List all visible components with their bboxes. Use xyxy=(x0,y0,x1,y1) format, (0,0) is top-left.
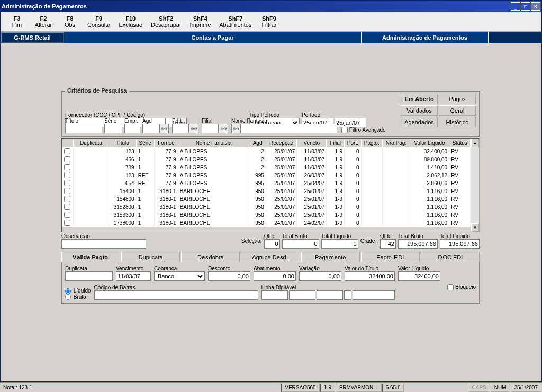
menu-item-imprime[interactable]: ShF4Imprime xyxy=(186,14,215,29)
table-row[interactable]: 456177-9A B LOPES225/01/0711/03/071-9089… xyxy=(62,156,471,163)
menu-item-exclusao[interactable]: F10Exclusao xyxy=(114,14,147,29)
col-header[interactable]: Pagto. xyxy=(361,139,382,148)
table-row[interactable]: 123177-9A B LOPES225/01/0711/03/071-9032… xyxy=(62,148,471,156)
bloqueio-check[interactable]: Bloqueio xyxy=(447,284,476,290)
historico-button[interactable]: Histórico xyxy=(439,117,476,127)
row-checkbox[interactable] xyxy=(64,212,70,218)
det-venc-input[interactable] xyxy=(116,271,151,281)
menu-item-filtrar[interactable]: ShF9Filtrar xyxy=(256,14,282,29)
row-checkbox[interactable] xyxy=(64,164,70,170)
detail-panel: Duplicata Vencimento CobrançaBanco Desco… xyxy=(61,262,480,304)
qtde-label: Qtde xyxy=(264,233,280,239)
table-row[interactable]: 315280013180-1BARILOCHE95025/01/0725/01/… xyxy=(62,203,471,211)
col-header[interactable]: Título xyxy=(109,139,137,148)
tab-valida-pagto[interactable]: VValida Pagto.alida Pagto. xyxy=(61,252,120,262)
menu-item-abatimentos[interactable]: ShF7Abatimentos xyxy=(215,14,256,29)
col-header[interactable]: Fornec xyxy=(154,139,178,148)
row-checkbox[interactable] xyxy=(64,156,70,162)
minimize-icon[interactable]: _ xyxy=(511,2,520,11)
codbarras-label: Código de Barras xyxy=(94,285,258,290)
linhadig-3[interactable] xyxy=(317,290,343,300)
search-criteria-group: Critérios de Pesquisa Fornecedor (CGC / … xyxy=(61,91,480,137)
col-header[interactable]: Port. xyxy=(345,139,362,148)
linhadig-2[interactable] xyxy=(289,290,315,300)
det-abat-input[interactable] xyxy=(254,271,296,281)
agd-input[interactable] xyxy=(142,124,159,133)
row-checkbox[interactable] xyxy=(64,148,70,154)
row-checkbox[interactable] xyxy=(64,196,70,202)
col-header[interactable]: Status xyxy=(449,139,471,148)
menu-item-obs[interactable]: F8Obs xyxy=(57,14,83,29)
table-row[interactable]: 123RET77-9A B LOPES99525/01/0726/03/071-… xyxy=(62,171,471,179)
table-row[interactable]: 789177-9A B LOPES225/01/0711/03/071-901.… xyxy=(62,163,471,171)
row-checkbox[interactable] xyxy=(64,204,70,210)
maximize-icon[interactable]: □ xyxy=(521,2,530,11)
agendados-button[interactable]: Agendados xyxy=(401,117,438,127)
table-row[interactable]: 1540013180-1BARILOCHE95025/01/0725/01/07… xyxy=(62,187,471,195)
binoculars-icon[interactable]: 👓 xyxy=(159,124,169,133)
status-form: FRMVAPMONLI xyxy=(336,384,382,392)
col-header[interactable]: Nome Fantasia xyxy=(178,139,249,148)
table-row[interactable]: 173800013180-1BARILOCHE95024/01/0724/02/… xyxy=(62,219,471,227)
col-header[interactable]: Recepção xyxy=(266,139,296,148)
binoculars-icon[interactable]: 👓 xyxy=(219,124,228,133)
filial-input[interactable] xyxy=(202,124,219,133)
col-header[interactable]: Série xyxy=(136,139,154,148)
fornecedor-label: Fornecedor (CGC / CPF / Código) xyxy=(65,112,187,118)
tab-agrupa[interactable]: Agrupa Desd. xyxy=(241,252,300,262)
tab-pagto-edi[interactable]: Pagto.EDI xyxy=(361,252,420,262)
menubar: F3FimF2AlterarF8ObsF9ConsultaF10Exclusao… xyxy=(1,12,541,32)
periodo-to-input[interactable] xyxy=(335,118,366,127)
menu-item-desagrupar[interactable]: ShF2Desagrupar xyxy=(147,14,185,29)
table-row[interactable]: 15480013180-1BARILOCHE95025/01/0725/01/0… xyxy=(62,195,471,203)
binoculars-icon[interactable]: 👓 xyxy=(231,124,241,133)
scroll-up-icon[interactable]: ▲ xyxy=(471,139,479,147)
status-num: NUM xyxy=(491,384,510,392)
menu-item-consulta[interactable]: F9Consulta xyxy=(83,14,114,29)
status-ver: 5.65.8 xyxy=(382,384,404,392)
grade-label: Grade : xyxy=(360,238,378,244)
validados-button[interactable]: Validados xyxy=(401,105,438,116)
radio-bruto[interactable]: Bruto xyxy=(65,294,91,300)
linhadig-1[interactable] xyxy=(261,290,288,300)
tab-pagamento[interactable]: Pagamento xyxy=(301,252,360,262)
filtro-avancado-check[interactable]: Filtro Avançado xyxy=(341,127,386,133)
geral-button[interactable]: Geral xyxy=(439,105,476,116)
em-aberto-button[interactable]: Em Aberto xyxy=(401,94,438,104)
det-valliq-input xyxy=(398,271,440,281)
col-header[interactable]: Duplicata xyxy=(73,139,109,148)
linhadig-4[interactable] xyxy=(344,290,351,300)
empr-input[interactable] xyxy=(124,124,140,133)
col-header[interactable]: Vencto xyxy=(297,139,327,148)
col-header[interactable]: Agd xyxy=(249,139,266,148)
col-header[interactable]: Valor Líquido xyxy=(410,139,449,148)
binoculars-icon[interactable]: 👓 xyxy=(189,124,198,133)
radio-liquido[interactable]: Líquido xyxy=(65,288,91,294)
tab-desdobra[interactable]: Desdobra xyxy=(181,252,240,262)
det-desc-input[interactable] xyxy=(208,271,250,281)
table-row[interactable]: 654RET77-9A B LOPES99525/01/0725/04/071-… xyxy=(62,179,471,187)
det-cobr-select[interactable]: Banco xyxy=(154,271,205,281)
linhadig-5[interactable] xyxy=(353,290,395,300)
col-header[interactable]: Nro.Pag. xyxy=(382,139,410,148)
titulo-input[interactable] xyxy=(65,124,102,133)
tab-duplicata[interactable]: Duplicata xyxy=(121,252,180,262)
serie-input[interactable] xyxy=(104,124,122,133)
table-row[interactable]: 315330013180-1BARILOCHE95025/01/0725/01/… xyxy=(62,211,471,219)
col-header[interactable]: Filial xyxy=(327,139,345,148)
tab-doc-edi[interactable]: DOC EDI xyxy=(421,252,480,262)
observacao-label: Observação xyxy=(61,233,146,239)
row-checkbox[interactable] xyxy=(64,172,70,178)
port-input[interactable] xyxy=(172,124,189,133)
scroll-down-icon[interactable]: ▼ xyxy=(471,223,479,232)
menu-item-alterar[interactable]: F2Alterar xyxy=(30,14,57,29)
statusbar: Nota : 123-1 VERSAO565 1-9 FRMVAPMONLI 5… xyxy=(0,382,542,392)
codbarras-input[interactable] xyxy=(94,290,258,300)
menu-item-fim[interactable]: F3Fim xyxy=(4,14,30,29)
row-checkbox[interactable] xyxy=(64,180,70,186)
row-checkbox[interactable] xyxy=(64,220,70,226)
vertical-scrollbar[interactable]: ▲ ▼ xyxy=(471,139,479,232)
close-icon[interactable]: × xyxy=(531,2,540,11)
row-checkbox[interactable] xyxy=(64,188,70,194)
pagos-button[interactable]: Pagos xyxy=(439,94,476,104)
